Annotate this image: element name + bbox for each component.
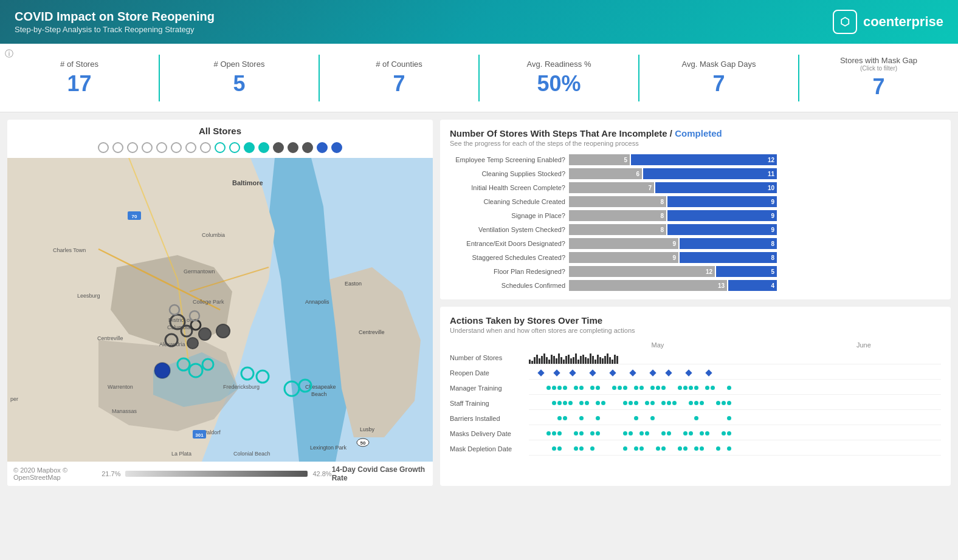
timeline-dot: [579, 401, 584, 405]
timeline-dot: [705, 431, 709, 435]
svg-point-34: [187, 338, 198, 349]
timeline-dot: [650, 416, 655, 420]
timeline-bar-item: [612, 360, 613, 364]
kpi-mask-gap-filter-label: Stores with Mask Gap (Click to filter): [809, 56, 948, 72]
timeline-bar-item: [529, 360, 531, 364]
svg-text:Charles Town: Charles Town: [53, 247, 86, 253]
map-footer: © 2020 Mapbox © OpenStreetMap 21.7% 42.8…: [7, 462, 433, 486]
timeline-row: Masks Delivery Date: [450, 427, 941, 440]
legend-gradient-bar: [125, 471, 308, 477]
dot-14[interactable]: [288, 142, 298, 153]
timeline-bar-item: [573, 357, 574, 364]
timeline-dot: [683, 446, 687, 451]
timeline-dot: [557, 401, 562, 405]
timeline-dot: [552, 401, 556, 405]
bar-incomplete: 8: [569, 196, 666, 207]
bar-track: 710: [569, 182, 941, 193]
map-container[interactable]: Baltimore Columbia Charles Town Leesburg…: [7, 158, 433, 462]
logo-icon: ⬡: [833, 10, 857, 34]
svg-text:La Plata: La Plata: [171, 451, 191, 457]
dot-12[interactable]: [258, 142, 269, 153]
kpi-counties-value: 7: [329, 71, 469, 97]
completed-label: Completed: [675, 128, 722, 138]
timeline-dot: [661, 431, 666, 435]
timeline-diamond: [665, 369, 672, 376]
bar-row: Signage in Place?89: [450, 210, 941, 221]
bar-incomplete: 7: [569, 182, 654, 193]
timeline-data-area: [529, 366, 941, 380]
info-icon[interactable]: ⓘ: [5, 49, 13, 60]
dot-16[interactable]: [317, 142, 328, 153]
bar-completed: 12: [631, 154, 777, 165]
timeline-dot: [557, 431, 562, 435]
timeline-row: Manager Training: [450, 381, 941, 395]
bar-row: Initial Health Screen Complete?710: [450, 182, 941, 193]
svg-text:Warrenton: Warrenton: [108, 384, 133, 390]
dot-1[interactable]: [98, 142, 109, 153]
timeline-rows: Number of StoresReopen DateManager Train…: [450, 351, 941, 456]
timeline-dot: [557, 386, 562, 390]
timeline-dot: [634, 446, 638, 451]
timeline-dot: [645, 431, 649, 435]
kpi-mask-gap-filter[interactable]: Stores with Mask Gap (Click to filter) 7: [799, 51, 958, 104]
kpi-readiness-label: Avg. Readiness %: [489, 60, 629, 69]
kpi-mask-gap: Avg. Mask Gap Days 7: [639, 55, 799, 101]
kpi-bar-wrapper: ⓘ # of Stores 17 # Open Stores 5 # of Co…: [0, 44, 958, 112]
bar-label: Cleaning Schedule Created: [450, 198, 565, 205]
map-legend-bar: 21.7% 42.8%: [102, 470, 331, 477]
timeline-row: Reopen Date: [450, 366, 941, 380]
bar-label: Floor Plan Redesigned?: [450, 268, 565, 275]
bar-row: Floor Plan Redesigned?125: [450, 266, 941, 277]
dot-5[interactable]: [156, 142, 167, 153]
timeline-dot: [716, 446, 720, 451]
timeline-bar-item: [577, 360, 579, 364]
timeline-dot: [727, 416, 731, 420]
timeline-data-area: [529, 412, 941, 425]
dot-17[interactable]: [331, 142, 342, 153]
timeline-bar-item: [556, 358, 557, 364]
steps-subtitle: See the progress for each of the steps o…: [450, 140, 941, 147]
bar-incomplete: 12: [569, 266, 715, 277]
timeline-dot: [650, 386, 655, 390]
header: COVID Impact on Store Reopening Step-by-…: [0, 0, 958, 44]
kpi-counties: # of Counties 7: [320, 55, 480, 101]
timeline-dot: [661, 401, 666, 405]
svg-text:Centreville: Centreville: [359, 329, 385, 335]
timeline-chart: May June Number of StoresReopen DateMana…: [450, 341, 941, 456]
timeline-bar-item: [568, 355, 570, 364]
timeline-bar-item: [553, 356, 555, 364]
timeline-dot: [552, 446, 556, 451]
bar-incomplete: 9: [569, 238, 678, 249]
timeline-dot: [667, 431, 671, 435]
dot-8[interactable]: [200, 142, 211, 153]
dot-2[interactable]: [112, 142, 123, 153]
dot-6[interactable]: [171, 142, 182, 153]
timeline-row-label: Manager Training: [450, 384, 529, 392]
timeline-dot: [705, 386, 709, 390]
dot-13[interactable]: [273, 142, 284, 153]
kpi-stores-label: # of Stores: [10, 60, 149, 69]
bar-track: 611: [569, 168, 941, 179]
timeline-section: Actions Taken by Stores Over Time Unders…: [440, 307, 951, 486]
timeline-dot: [639, 446, 644, 451]
timeline-dot: [650, 401, 655, 405]
timeline-dot: [645, 401, 649, 405]
timeline-dot: [694, 401, 698, 405]
dot-7[interactable]: [185, 142, 196, 153]
dot-15[interactable]: [302, 142, 313, 153]
bar-label: Schedules Confirmed: [450, 282, 565, 289]
svg-text:Columbia: Columbia: [202, 232, 225, 238]
timeline-diamond: [629, 369, 636, 376]
timeline-dot: [694, 386, 698, 390]
header-title-block: COVID Impact on Store Reopening Step-by-…: [15, 10, 215, 34]
dot-4[interactable]: [142, 142, 153, 153]
dot-3[interactable]: [127, 142, 138, 153]
bar-row: Staggered Schedules Created?98: [450, 252, 941, 263]
svg-text:Annapolis: Annapolis: [305, 299, 329, 305]
dot-10[interactable]: [229, 142, 240, 153]
dot-11[interactable]: [244, 142, 255, 153]
timeline-bar-item: [599, 357, 601, 364]
timeline-subtitle: Understand when and how often stores are…: [450, 327, 941, 334]
timeline-dot: [574, 431, 578, 435]
dot-9[interactable]: [215, 142, 226, 153]
